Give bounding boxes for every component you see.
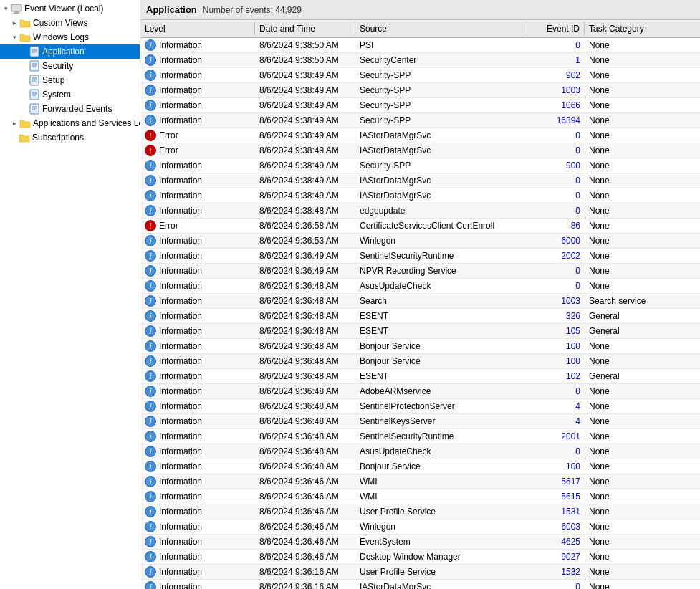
info-icon: i: [145, 521, 156, 532]
table-row[interactable]: iInformation8/6/2024 9:36:46 AMEventSyst…: [140, 535, 700, 550]
cell-source: Security-SPP: [355, 114, 527, 127]
table-row[interactable]: iInformation8/6/2024 9:38:49 AMSecurity-…: [140, 83, 700, 98]
sidebar-item-label-system: System: [42, 90, 71, 100]
expand-arrow-custom-views[interactable]: ▸: [10, 19, 19, 27]
table-row[interactable]: iInformation8/6/2024 9:36:48 AMSearch100…: [140, 294, 700, 309]
table-row[interactable]: iInformation8/6/2024 9:36:48 AMAsusUpdat…: [140, 279, 700, 294]
cell-taskcategory: None: [585, 535, 678, 548]
cell-eventid: 0: [527, 445, 585, 458]
sidebar-item-application[interactable]: Application: [0, 44, 140, 59]
svg-text:i: i: [150, 327, 152, 335]
table-row[interactable]: iInformation8/6/2024 9:38:49 AMSecurity-…: [140, 68, 700, 83]
level-text: Information: [159, 567, 202, 577]
table-row[interactable]: iInformation8/6/2024 9:36:48 AMBonjour S…: [140, 354, 700, 369]
cell-taskcategory: None: [585, 264, 678, 277]
table-row[interactable]: iInformation8/6/2024 9:36:48 AMSentinelS…: [140, 429, 700, 444]
level-text: Information: [159, 492, 202, 502]
table-row[interactable]: iInformation8/6/2024 9:36:46 AMDesktop W…: [140, 550, 700, 565]
level-text: Information: [159, 401, 202, 411]
column-headers: Level Date and Time Source Event ID Task…: [140, 20, 700, 38]
table-row[interactable]: iInformation8/6/2024 9:36:48 AMAsusUpdat…: [140, 444, 700, 459]
sidebar-item-label-custom-views: Custom Views: [33, 18, 87, 28]
sidebar-item-forwarded-events[interactable]: Forwarded Events: [0, 102, 140, 116]
sidebar-item-label-security: Security: [42, 61, 73, 71]
svg-rect-3: [30, 47, 39, 57]
table-row[interactable]: iInformation8/6/2024 9:36:53 AMWinlogon6…: [140, 234, 700, 249]
table-row[interactable]: iInformation8/6/2024 9:38:49 AMSecurity-…: [140, 158, 700, 173]
info-icon: i: [145, 39, 156, 51]
events-table: iInformation8/6/2024 9:38:50 AMPSI0Nonei…: [140, 38, 700, 589]
expand-arrow-apps-services-logs[interactable]: ▸: [10, 119, 19, 128]
table-row[interactable]: iInformation8/6/2024 9:38:49 AMIAStorDat…: [140, 188, 700, 203]
table-row[interactable]: iInformation8/6/2024 9:36:48 AMSentinelK…: [140, 414, 700, 429]
table-row[interactable]: iInformation8/6/2024 9:38:49 AMSecurity-…: [140, 98, 700, 113]
svg-rect-19: [30, 104, 39, 114]
table-row[interactable]: iInformation8/6/2024 9:38:50 AMPSI0None: [140, 38, 700, 53]
cell-level: !Error: [140, 219, 255, 233]
table-row[interactable]: iInformation8/6/2024 9:36:48 AMESENT102G…: [140, 369, 700, 384]
table-row[interactable]: iInformation8/6/2024 9:36:16 AMIAStorDat…: [140, 580, 700, 589]
sidebar-item-apps-services-logs[interactable]: ▸Applications and Services Lo...: [0, 116, 140, 130]
table-row[interactable]: iInformation8/6/2024 9:36:48 AMESENT105G…: [140, 324, 700, 339]
cell-taskcategory: General: [585, 325, 678, 337]
cell-datetime: 8/6/2024 9:36:46 AM: [255, 475, 355, 488]
cell-level: iInformation: [140, 580, 255, 589]
col-header-taskcategory[interactable]: Task Category: [585, 22, 678, 35]
cell-level: iInformation: [140, 399, 255, 413]
cell-level: iInformation: [140, 444, 255, 459]
table-row[interactable]: iInformation8/6/2024 9:36:16 AMUser Prof…: [140, 565, 700, 580]
table-row[interactable]: iInformation8/6/2024 9:38:49 AMIAStorDat…: [140, 173, 700, 188]
col-header-level[interactable]: Level: [140, 22, 255, 35]
cell-taskcategory: None: [585, 99, 678, 112]
sidebar-item-label-event-viewer-local: Event Viewer (Local): [24, 4, 104, 14]
cell-level: iInformation: [140, 354, 255, 368]
sidebar-item-system[interactable]: System: [0, 87, 140, 102]
log-icon: [29, 75, 40, 86]
table-row[interactable]: iInformation8/6/2024 9:36:46 AMWinlogon6…: [140, 519, 700, 535]
sidebar-item-security[interactable]: Security: [0, 59, 140, 73]
table-row[interactable]: iInformation8/6/2024 9:38:50 AMSecurityC…: [140, 53, 700, 68]
cell-datetime: 8/6/2024 9:38:49 AM: [255, 159, 355, 172]
cell-level: iInformation: [140, 264, 255, 278]
table-row[interactable]: !Error8/6/2024 9:36:58 AMCertificateServ…: [140, 219, 700, 234]
sidebar-item-setup[interactable]: Setup: [0, 73, 140, 87]
table-row[interactable]: iInformation8/6/2024 9:36:49 AMNPVR Reco…: [140, 264, 700, 279]
table-row[interactable]: iInformation8/6/2024 9:36:46 AMWMI5617No…: [140, 474, 700, 489]
sidebar-item-event-viewer-local[interactable]: ▾Event Viewer (Local): [0, 1, 140, 16]
table-row[interactable]: iInformation8/6/2024 9:36:48 AMSentinelP…: [140, 399, 700, 414]
cell-taskcategory: None: [585, 460, 678, 473]
level-text: Information: [159, 40, 202, 50]
cell-eventid: 6000: [527, 234, 585, 247]
col-header-eventid[interactable]: Event ID: [527, 22, 585, 35]
cell-datetime: 8/6/2024 9:38:49 AM: [255, 189, 355, 202]
svg-text:i: i: [150, 252, 152, 260]
cell-eventid: 902: [527, 69, 585, 82]
table-row[interactable]: iInformation8/6/2024 9:36:46 AMWMI5615No…: [140, 489, 700, 504]
level-text: Information: [159, 206, 202, 216]
table-row[interactable]: iInformation8/6/2024 9:36:49 AMSentinelS…: [140, 249, 700, 264]
cell-eventid: 0: [527, 264, 585, 277]
expand-arrow-event-viewer-local[interactable]: ▾: [1, 4, 10, 13]
table-row[interactable]: iInformation8/6/2024 9:36:48 AMESENT326G…: [140, 309, 700, 324]
sidebar-item-label-subscriptions: Subscriptions: [32, 133, 84, 143]
table-row[interactable]: iInformation8/6/2024 9:36:46 AMUser Prof…: [140, 504, 700, 519]
table-row[interactable]: iInformation8/6/2024 9:38:49 AMSecurity-…: [140, 113, 700, 128]
expand-arrow-windows-logs[interactable]: ▾: [10, 33, 19, 42]
table-row[interactable]: iInformation8/6/2024 9:38:48 AMedgeupdat…: [140, 203, 700, 219]
table-row[interactable]: iInformation8/6/2024 9:36:48 AMBonjour S…: [140, 459, 700, 474]
cell-eventid: 1531: [527, 505, 585, 518]
col-header-source[interactable]: Source: [355, 22, 527, 35]
sidebar-item-windows-logs[interactable]: ▾Windows Logs: [0, 30, 140, 44]
info-icon: i: [145, 581, 156, 589]
table-row[interactable]: !Error8/6/2024 9:38:49 AMIAStorDataMgrSv…: [140, 128, 700, 143]
col-header-datetime[interactable]: Date and Time: [255, 22, 355, 35]
sidebar-item-subscriptions[interactable]: Subscriptions: [0, 130, 140, 145]
cell-source: SecurityCenter: [355, 54, 527, 67]
table-row[interactable]: iInformation8/6/2024 9:36:48 AMBonjour S…: [140, 339, 700, 354]
cell-taskcategory: None: [585, 54, 678, 67]
sidebar-item-custom-views[interactable]: ▸Custom Views: [0, 16, 140, 30]
table-row[interactable]: !Error8/6/2024 9:38:49 AMIAStorDataMgrSv…: [140, 143, 700, 158]
table-row[interactable]: iInformation8/6/2024 9:36:48 AMAdobeARMs…: [140, 384, 700, 399]
info-icon: i: [145, 506, 156, 517]
cell-eventid: 326: [527, 310, 585, 322]
